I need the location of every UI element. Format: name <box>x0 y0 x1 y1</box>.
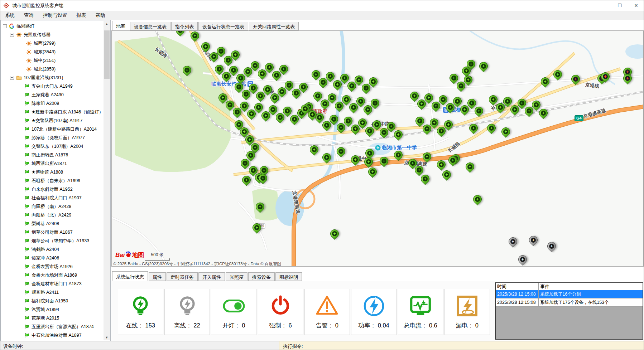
tree-device-item[interactable]: 梨树巷 A2408 <box>1 219 104 228</box>
tree-device-item[interactable]: ★博物馆 A1888 <box>1 168 104 176</box>
tree-device-item[interactable]: 金桥建材市场门口 A1873 <box>1 279 104 288</box>
tree-item-label: 金桥农贸市场 A1926 <box>32 264 73 270</box>
event-log-row[interactable]: 2025/3/28 12:15:08系统加载了175个设备，在线153个 <box>496 298 643 307</box>
tree-root[interactable]: −临湘路灯 <box>1 22 104 30</box>
tab-搜索设备[interactable]: 搜索设备 <box>248 272 275 281</box>
tab-属性[interactable]: 属性 <box>149 272 166 281</box>
pin-plus-icon: + <box>373 101 378 106</box>
pin-plus-icon: + <box>317 115 322 120</box>
pin-body-icon: + <box>621 72 634 84</box>
tree-device-item[interactable]: 107北（建新中路路口西）A2014 <box>1 125 104 133</box>
tree-device-item[interactable]: 自来水斜对面 A1952 <box>1 185 104 194</box>
tree-group-devices[interactable]: −107国道沿线(31/31) <box>1 73 104 82</box>
tree-device-item[interactable]: 彭家巷（党校后面）A1977 <box>1 133 104 142</box>
map-canvas[interactable]: 长盛路长白路长安南路长安中路长安东路长盛中路长盛路京港线京港澳高速京港澳高速京港… <box>111 30 644 267</box>
menu-item-帮助[interactable]: 帮助 <box>91 11 110 20</box>
collapse-toggle-icon[interactable]: − <box>10 33 14 37</box>
tree-device-item[interactable]: 石咀桥（自来水）A1999 <box>1 176 104 185</box>
tree-device-item[interactable]: 向阳桥（南）A2428 <box>1 202 104 211</box>
tab-开关回路属性一览表[interactable]: 开关回路属性一览表 <box>249 22 299 30</box>
tree-device-item[interactable]: 五里派出所（富源汽配）A1874 <box>1 322 104 331</box>
pin-plus-icon: + <box>396 132 401 137</box>
pin-body-icon: + <box>189 30 201 42</box>
pin-body-icon: + <box>552 68 564 81</box>
pin-plus-icon: + <box>464 68 469 73</box>
tree-device-item[interactable]: 五尖山大门东 A1949 <box>1 82 104 91</box>
tree-device-item[interactable]: 鸿鹤路 A2404 <box>1 245 104 254</box>
menu-item-查询[interactable]: 查询 <box>19 11 38 20</box>
pin-plus-icon: + <box>412 93 417 98</box>
tab-光照度[interactable]: 光照度 <box>226 272 247 281</box>
tree-device-item[interactable]: ★建新中路路口东 A1946（辅道灯） <box>1 108 104 116</box>
tree-device-item[interactable]: 金桥大市场对面 A1869 <box>1 271 104 279</box>
maximize-button[interactable]: ☐ <box>611 0 628 11</box>
tree-item-label: 城东(3543) <box>34 49 56 55</box>
ammeter-icon <box>409 294 432 318</box>
pin-body-icon: + <box>362 156 375 168</box>
minimize-button[interactable]: — <box>595 0 611 11</box>
event-log-row[interactable]: 2025/3/28 12:15:08系统加载了16个分组 <box>496 290 643 298</box>
tree-sensor-item[interactable]: 城东(3543) <box>1 48 104 56</box>
tab-开关属性[interactable]: 开关属性 <box>198 272 225 281</box>
collapse-toggle-icon[interactable]: − <box>10 76 14 80</box>
tab-设备信息一览表[interactable]: 设备信息一览表 <box>130 22 170 30</box>
pin-body-icon: + <box>240 174 253 186</box>
tree-device-item[interactable]: 王家珑巷 A2430 <box>1 91 104 99</box>
menu-item-系统[interactable]: 系统 <box>0 11 19 20</box>
tree-device-item[interactable]: 观音路 A2411 <box>1 288 104 297</box>
tab-设备运行状态一览表[interactable]: 设备运行状态一览表 <box>198 22 248 30</box>
tree-device-item[interactable]: 交警队东（107南）A2004 <box>1 142 104 151</box>
tree-device-item[interactable]: 中石化加油站对面 A1897 <box>1 331 104 340</box>
tree-item-label: 向阳桥（南）A2428 <box>32 204 71 210</box>
pin-plus-icon: + <box>439 128 444 133</box>
tree-device-item[interactable]: 南正街转盘 A1876 <box>1 151 104 159</box>
tree-device-item[interactable]: 向阳桥（北）A2429 <box>1 211 104 219</box>
menu-item-控制与设置[interactable]: 控制与设置 <box>38 11 72 20</box>
tab-定时器任务[interactable]: 定时器任务 <box>167 272 198 281</box>
scroll-thumb[interactable] <box>104 30 110 79</box>
tab-指令列表[interactable]: 指令列表 <box>171 22 198 30</box>
tree-device-item[interactable]: 烟草公司（求知中学）A1933 <box>1 237 104 245</box>
tree-scrollbar[interactable]: ▲ ▼ <box>104 21 110 340</box>
title-bar: 城市照明监控系统客户端 —☐✕ <box>0 0 644 11</box>
tree-device-item[interactable]: 芭茅塘 A2015 <box>1 314 104 322</box>
tree-device-item[interactable]: 城西派出所A1871 <box>1 159 104 168</box>
pin-plus-icon: + <box>301 84 306 89</box>
pin-body-icon: + <box>321 151 333 164</box>
pin-plus-icon: + <box>236 84 241 89</box>
pin-plus-icon: + <box>260 71 265 76</box>
sun-icon <box>26 40 32 47</box>
scroll-down-icon[interactable]: ▼ <box>104 334 110 340</box>
tree-item-label: 谭家冲 A2406 <box>32 255 59 261</box>
tab-图标说明[interactable]: 图标说明 <box>275 272 302 281</box>
tree-device-item[interactable]: 陈家组 A2009 <box>1 99 104 108</box>
tree-device-item[interactable]: ★交警队西(107南) A1917 <box>1 116 104 125</box>
tree-item-label: 光照度传感器 <box>24 32 51 38</box>
flag-icon <box>24 161 30 167</box>
tree-sensor-item[interactable]: 城西(2799) <box>1 39 104 48</box>
menu-item-报表[interactable]: 报表 <box>72 11 91 20</box>
flag-icon <box>24 83 30 89</box>
tree-device-item[interactable]: 社会福利院大门口 A1907 <box>1 194 104 202</box>
tree-device-item[interactable]: 谭家冲 A2406 <box>1 254 104 262</box>
pin-plus-icon: + <box>235 110 240 115</box>
pin-plus-icon: + <box>303 106 308 111</box>
pin-plus-icon: + <box>267 65 272 70</box>
pin-plus-icon: + <box>261 168 266 173</box>
pin-plus-icon: + <box>263 113 268 118</box>
tree-device-item[interactable]: 金桥农贸市场 A1926 <box>1 262 104 271</box>
tree-group-sensors[interactable]: −光照度传感器 <box>1 30 104 39</box>
pin-plus-icon: + <box>203 44 208 49</box>
close-button[interactable]: ✕ <box>628 0 644 11</box>
tree-sensor-item[interactable]: 城北(2859) <box>1 65 104 73</box>
collapse-toggle-icon[interactable]: − <box>3 24 7 28</box>
tree-device-item[interactable]: 烟草公司对面 A1867 <box>1 228 104 237</box>
scroll-up-icon[interactable]: ▲ <box>104 21 110 27</box>
pin-plus-icon: + <box>233 52 238 57</box>
power-blue-icon <box>362 294 386 318</box>
tree-device-item[interactable]: 福利院对面 A1950 <box>1 297 104 305</box>
tab-地图[interactable]: 地图 <box>112 21 129 30</box>
tree-sensor-item[interactable]: 城中(2151) <box>1 56 104 65</box>
tab-系统运行状态[interactable]: 系统运行状态 <box>112 271 148 281</box>
tree-device-item[interactable]: 汽贸城 A1894 <box>1 305 104 314</box>
